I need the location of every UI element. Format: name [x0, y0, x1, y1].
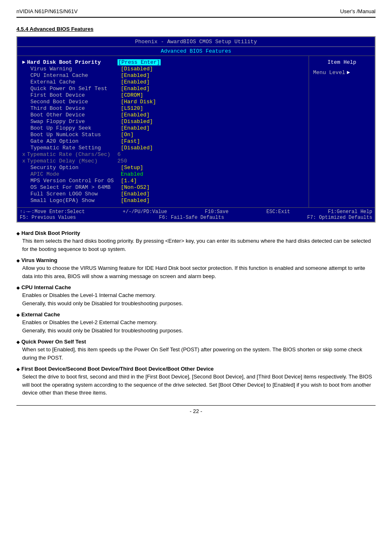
bios-row: Small Logo(EPA) Show [Enabled] [22, 197, 304, 204]
bios-row-value: [Hard Disk] [121, 99, 156, 105]
desc-item-hdd-priority: Hard Disk Boot Priority This item select… [16, 230, 376, 253]
footer-nav: ↑↓→←:Move Enter:Select [20, 209, 85, 215]
bios-row-label: Hard Disk Boot Priority [27, 59, 118, 65]
footer-esc: ESC:Exit [266, 209, 290, 215]
bios-row-value: [Enabled] [121, 86, 150, 92]
bios-row: Second Boot Device [Hard Disk] [22, 99, 304, 105]
bios-row-label: Boot Up Floppy Seek [30, 125, 121, 131]
bios-row-label: Third Boot Device [30, 105, 121, 111]
bios-row-value: Enabled [121, 171, 143, 177]
disabled-icon: x [22, 158, 25, 164]
bios-screen: Phoenix - AwardBIOS CMOS Setup Utility A… [16, 36, 376, 223]
bios-row-value: [CDROM] [121, 92, 143, 98]
bios-row: Quick Power On Self Test [Enabled] [22, 86, 304, 92]
bios-row-value: [1.4] [121, 178, 137, 184]
arrow-icon: ► [22, 59, 25, 65]
bios-row-label: APIC Mode [30, 171, 121, 177]
bios-row: Full Screen LOGO Show [Enabled] [22, 191, 304, 197]
desc-body: Enables or Disables the Level-1 Internal… [22, 291, 376, 307]
desc-title: Quick Power On Self Test [16, 339, 376, 345]
disabled-icon: x [22, 151, 25, 158]
bios-row-label: Second Boot Device [30, 99, 121, 105]
bios-row-value: [Enabled] [121, 79, 150, 85]
footer-f6: F6: Fail-Safe Defaults [159, 215, 224, 220]
desc-item-quick-post: Quick Power On Self Test When set to [En… [16, 339, 376, 362]
desc-body: Select the drive to boot first, second a… [22, 373, 376, 397]
desc-item-virus-warning: Virus Warning Allow you to choose the VI… [16, 257, 376, 280]
bios-row: External Cache [Enabled] [22, 79, 304, 85]
footer-value: +/-/PU/PD:Value [123, 209, 167, 215]
bios-row-value: [Non-OS2] [121, 184, 150, 190]
bios-row-label: First Boot Device [30, 92, 121, 98]
desc-title: CPU Internal Cache [16, 284, 376, 290]
page-header: nVIDIA N61P/N61S/N61V User's /Manual [16, 8, 376, 18]
bios-row-value: 250 [118, 158, 127, 164]
bios-row: CPU Internal Cache [Enabled] [22, 72, 304, 79]
bios-footer-row1: ↑↓→←:Move Enter:Select +/-/PU/PD:Value F… [20, 209, 372, 215]
desc-body: Enables or Disables the Level-2 External… [22, 318, 376, 334]
bios-row-label: Small Logo(EPA) Show [30, 197, 121, 204]
bios-main-panel: ► Hard Disk Boot Priority [Press Enter] … [17, 56, 309, 207]
desc-item-boot-device: First Boot Device/Second Boot Device/Thi… [16, 366, 376, 397]
bios-row-label: Boot Other Device [30, 112, 121, 118]
bios-row: Swap Floppy Drive [Disabled] [22, 118, 304, 125]
bios-title: Phoenix - AwardBIOS CMOS Setup Utility [17, 37, 375, 47]
bios-footer: ↑↓→←:Move Enter:Select +/-/PU/PD:Value F… [17, 207, 375, 222]
footer-f7: F7: Optimized Defaults [307, 215, 372, 220]
desc-item-external-cache: External Cache Enables or Disables the L… [16, 311, 376, 334]
bios-row-label: Boot Up NumLock Status [30, 132, 121, 138]
bios-row-label: Quick Power On Self Test [30, 86, 121, 92]
bios-row: Typematic Rate Setting [Disabled] [22, 145, 304, 151]
bios-row-value: [Disabled] [121, 118, 153, 125]
footer-f5: F5: Previous Values [20, 215, 76, 220]
bios-body: ► Hard Disk Boot Priority [Press Enter] … [17, 56, 375, 207]
menu-level: Menu Level ► [313, 70, 371, 76]
desc-body: Allow you to choose the VIRUS Warning fe… [22, 264, 376, 280]
bios-row-label: Typematic Rate (Chars/Sec) [27, 151, 118, 158]
bios-row-label: Typematic Delay (Msec) [27, 158, 118, 164]
bios-row-label: Full Screen LOGO Show [30, 191, 121, 197]
bios-row-value: [Setup] [121, 165, 143, 171]
desc-title: Hard Disk Boot Priority [16, 230, 376, 236]
bios-row-value: [On] [121, 132, 134, 138]
bios-row-value: [Disabled] [121, 145, 153, 151]
bios-row-label: OS Select For DRAM > 64MB [30, 184, 121, 190]
desc-title: External Cache [16, 311, 376, 318]
section-title: 4.5.4 Advanced BIOS Features [16, 26, 376, 32]
bios-row: Security Option [Setup] [22, 165, 304, 171]
bios-row: OS Select For DRAM > 64MB [Non-OS2] [22, 184, 304, 190]
bios-row: x Typematic Delay (Msec) 250 [22, 158, 304, 164]
bios-row-label: Typematic Rate Setting [30, 145, 121, 151]
bios-row-label: CPU Internal Cache [30, 72, 121, 79]
bios-row-label: Swap Floppy Drive [30, 118, 121, 125]
bios-row-value: [Disabled] [121, 66, 153, 72]
bios-row-value: [Enabled] [121, 125, 150, 131]
bios-row-label: Virus Warning [30, 66, 121, 72]
product-name: nVIDIA N61P/N61S/N61V [16, 8, 78, 14]
desc-body: When set to [Enabled], this item speeds … [22, 346, 376, 362]
menu-level-arrow-icon: ► [347, 70, 350, 76]
page-number: - 22 - [16, 405, 376, 414]
bios-row-label: Gate A20 Option [30, 138, 121, 144]
bios-row: x Typematic Rate (Chars/Sec) 6 [22, 151, 304, 158]
bios-row: Boot Up NumLock Status [On] [22, 132, 304, 138]
bios-row-value: [Fast] [121, 138, 140, 144]
manual-title: User's /Manual [340, 8, 376, 14]
bios-row-value: [Enabled] [121, 112, 150, 118]
bios-footer-row2: F5: Previous Values F6: Fail-Safe Defaul… [20, 215, 372, 220]
bios-row-value: [Enabled] [121, 72, 150, 79]
bios-row: Boot Up Floppy Seek [Enabled] [22, 125, 304, 131]
bios-row: First Boot Device [CDROM] [22, 92, 304, 98]
bios-row-value: [Enabled] [121, 191, 150, 197]
bios-row: Gate A20 Option [Fast] [22, 138, 304, 144]
desc-title: Virus Warning [16, 257, 376, 263]
bios-row: Boot Other Device [Enabled] [22, 112, 304, 118]
bios-row-label: MPS Version Control For OS [30, 178, 121, 184]
bios-row: ► Hard Disk Boot Priority [Press Enter] [22, 59, 304, 65]
bios-row-label: External Cache [30, 79, 121, 85]
bios-row-label: Security Option [30, 165, 121, 171]
help-title: Item Help [313, 59, 371, 65]
descriptions-section: Hard Disk Boot Priority This item select… [16, 230, 376, 397]
bios-row-value: [Press Enter] [118, 59, 161, 65]
bios-row: Third Boot Device [LS120] [22, 105, 304, 111]
